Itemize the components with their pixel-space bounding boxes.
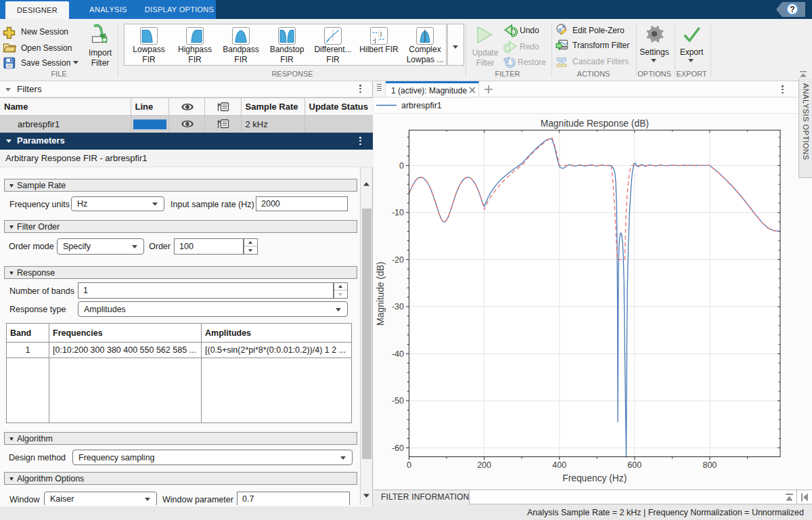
- svg-text:Magnitude (dB): Magnitude (dB): [376, 261, 386, 325]
- svg-text:arbrespfir1: arbrespfir1: [401, 101, 442, 110]
- svg-text:-20: -20: [392, 255, 404, 265]
- svg-text:800: 800: [702, 460, 717, 470]
- svg-text:600: 600: [627, 460, 641, 470]
- svg-text:400: 400: [552, 460, 566, 470]
- svg-text:Magnitude Response (dB): Magnitude Response (dB): [541, 118, 649, 129]
- svg-text:0: 0: [407, 460, 411, 470]
- svg-text:-j: -j: [373, 37, 376, 43]
- svg-text:-40: -40: [392, 349, 404, 359]
- svg-text:j: j: [380, 30, 382, 37]
- svg-text:-10: -10: [392, 208, 404, 217]
- svg-text:-50: -50: [392, 396, 404, 406]
- svg-text:200: 200: [477, 460, 491, 470]
- svg-text:Frequency (Hz): Frequency (Hz): [562, 473, 627, 483]
- svg-text:0: 0: [399, 161, 404, 171]
- svg-text:-30: -30: [392, 302, 404, 311]
- svg-text:?: ?: [790, 5, 794, 14]
- svg-text:-60: -60: [392, 443, 404, 453]
